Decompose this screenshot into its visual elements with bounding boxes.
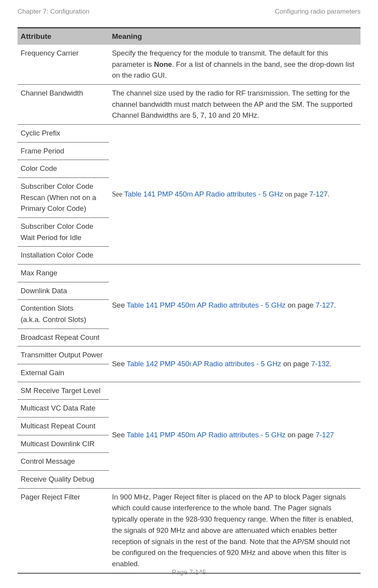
attribute-table: Attribute Meaning Frequency Carrier Spec…: [18, 27, 360, 574]
text: Contention Slots: [21, 304, 74, 312]
table-row: Frequency Carrier Specify the frequency …: [18, 45, 360, 85]
text-onpage: on page: [283, 190, 309, 198]
text-period: .: [330, 360, 332, 368]
text: (a.k.a. Control Slots): [21, 315, 86, 324]
attr-frequency-carrier: Frequency Carrier: [18, 45, 109, 85]
header-left: Chapter 7: Configuration: [18, 8, 89, 16]
link-table-141[interactable]: Table 141 PMP 450m AP Radio attributes -…: [127, 431, 286, 439]
link-page-7-127[interactable]: 7-127: [315, 431, 334, 439]
attr-frame-period: Frame Period: [18, 142, 109, 160]
mean-group1: See Table 141 PMP 450m AP Radio attribut…: [109, 125, 360, 264]
text-see: See: [112, 431, 127, 439]
attr-pager-reject-filter: Pager Reject Filter: [18, 488, 109, 573]
mean-pager-reject-filter: In 900 MHz, Pager Reject filter is place…: [109, 488, 360, 573]
text-see: See: [112, 190, 124, 198]
link-page-7-127[interactable]: 7-127: [309, 190, 327, 198]
page-header: Chapter 7: Configuration Configuring rad…: [18, 8, 360, 16]
mean-channel-bandwidth: The channel size used by the radio for R…: [109, 85, 360, 125]
text-onpage: on page: [285, 301, 315, 309]
table-row: SM Receive Target Level See Table 141 PM…: [18, 382, 360, 400]
mean-frequency-carrier: Specify the frequency for the module to …: [109, 45, 360, 85]
col-header-meaning: Meaning: [109, 28, 360, 45]
attr-channel-bandwidth: Channel Bandwidth: [18, 85, 109, 125]
text-period: .: [334, 301, 336, 309]
link-table-141[interactable]: Table 141 PMP 450m AP Radio attributes -…: [124, 190, 283, 198]
attr-broadcast-repeat-count: Broadcast Repeat Count: [18, 329, 109, 346]
page-footer: Page 7-145: [0, 569, 378, 576]
table-row: Max Range See Table 141 PMP 450m AP Radi…: [18, 264, 360, 282]
table-row: Channel Bandwidth The channel size used …: [18, 85, 360, 125]
bold-none: None: [154, 60, 172, 68]
attr-receive-quality-debug: Receive Quality Debug: [18, 471, 109, 489]
attr-cyclic-prefix: Cyclic Prefix: [18, 125, 109, 143]
header-right: Configuring radio parameters: [275, 8, 360, 16]
link-table-141[interactable]: Table 141 PMP 450m AP Radio attributes -…: [127, 301, 286, 309]
attr-multicast-vc-data-rate: Multicast VC Data Rate: [18, 400, 109, 418]
attr-color-code: Color Code: [18, 160, 109, 178]
text-period: .: [328, 190, 330, 198]
link-table-142[interactable]: Table 142 PMP 450i AP Radio attributes -…: [127, 360, 283, 368]
attr-tx-output-power: Transmitter Output Power: [18, 346, 109, 364]
attr-contention-slots: Contention Slots (a.k.a. Control Slots): [18, 300, 109, 329]
attr-external-gain: External Gain: [18, 364, 109, 382]
table-header-row: Attribute Meaning: [18, 28, 360, 45]
attr-sub-color-code-rescan: Subscriber Color Code Rescan (When not o…: [18, 178, 109, 218]
table-row: Transmitter Output Power See Table 142 P…: [18, 346, 360, 364]
text-onpage: on page: [283, 360, 311, 368]
text-see: See: [112, 360, 127, 368]
text-onpage: on page: [285, 431, 315, 439]
attr-downlink-data: Downlink Data: [18, 282, 109, 300]
page: Chapter 7: Configuration Configuring rad…: [0, 0, 378, 588]
link-page-7-132[interactable]: 7-132: [311, 360, 329, 368]
table-row: Pager Reject Filter In 900 MHz, Pager Re…: [18, 488, 360, 573]
attr-control-message: Control Message: [18, 453, 109, 471]
attr-sm-rx-target-level: SM Receive Target Level: [18, 382, 109, 400]
attr-multicast-downlink-cir: Multicast Downlink CIR: [18, 435, 109, 453]
text-see: See: [112, 301, 127, 309]
table-row: Cyclic Prefix See Table 141 PMP 450m AP …: [18, 125, 360, 143]
attr-multicast-repeat-count: Multicast Repeat Count: [18, 418, 109, 435]
link-page-7-127[interactable]: 7-127: [315, 301, 334, 309]
mean-group2: See Table 141 PMP 450m AP Radio attribut…: [109, 264, 360, 346]
attr-max-range: Max Range: [18, 264, 109, 282]
col-header-attribute: Attribute: [18, 28, 109, 45]
mean-group4: See Table 141 PMP 450m AP Radio attribut…: [109, 382, 360, 488]
mean-group3: See Table 142 PMP 450i AP Radio attribut…: [109, 346, 360, 382]
attr-sub-color-code-wait: Subscriber Color Code Wait Period for Id…: [18, 218, 109, 247]
attr-installation-color-code: Installation Color Code: [18, 247, 109, 264]
